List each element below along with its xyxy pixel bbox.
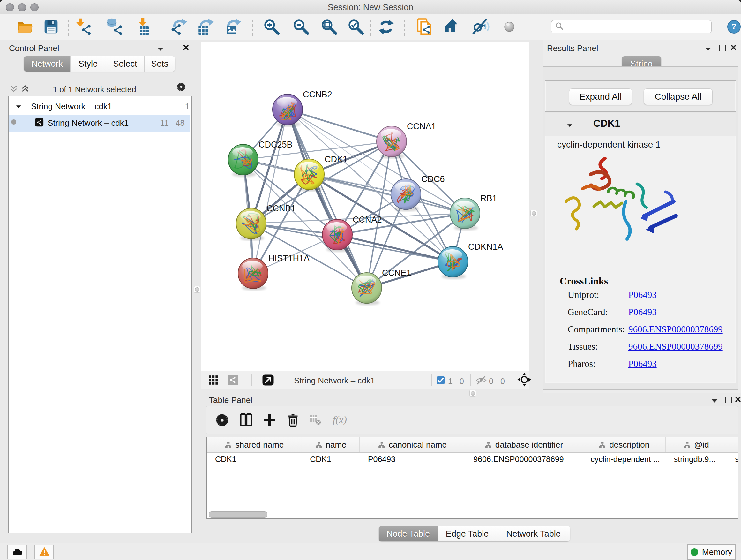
table-options-gear-icon[interactable]	[215, 413, 229, 429]
selected-nodes-checkbox[interactable]	[436, 376, 445, 386]
column-header[interactable]: namespac	[727, 437, 738, 452]
table-toolbar: f(x)	[206, 406, 738, 434]
network-node-CCNA1[interactable]: CCNA1	[377, 122, 436, 159]
table-row[interactable]: CDK1CDK1P064939606.ENSP00000378699cyclin…	[207, 452, 738, 465]
control-panel-collapse-icon[interactable]	[157, 47, 164, 52]
crosslink-value-link[interactable]: 9606.ENSP00000378699	[628, 324, 723, 334]
toolbar-separator	[404, 17, 405, 36]
memory-status-icon	[690, 548, 698, 556]
column-header[interactable]: canonical name	[360, 437, 465, 452]
table-panel-float-button[interactable]	[725, 396, 732, 403]
import-network-button[interactable]	[74, 17, 93, 36]
fit-selected-button[interactable]	[517, 372, 532, 388]
zoom-fit-button[interactable]	[320, 17, 338, 36]
crosslink-label: Tissues:	[568, 341, 628, 352]
table-panel-tabs: Node TableEdge TableNetwork Table	[379, 526, 570, 542]
table-horizontal-scrollbar[interactable]	[209, 511, 267, 517]
expand-all-button[interactable]: Expand All	[569, 88, 632, 105]
crosslink-row: Uniprot:P06493	[568, 290, 727, 300]
node-result-collapse-icon[interactable]	[567, 123, 572, 129]
crosslink-value-link[interactable]: 9606.ENSP00000378699	[628, 341, 723, 352]
export-network-button[interactable]	[170, 17, 189, 36]
network-view-canvas[interactable]: CCNB2 CCNA1 CDC25B CDK1 CDC6	[201, 42, 529, 371]
bottom-splitter-handle[interactable]	[469, 390, 476, 396]
memory-button[interactable]: Memory	[687, 544, 736, 560]
cloud-icon	[11, 547, 23, 557]
network-node-CCNE1[interactable]: CCNE1	[352, 268, 411, 305]
network-options-gear-icon[interactable]	[176, 82, 186, 93]
zoom-out-button[interactable]	[292, 17, 310, 36]
network-row-selected[interactable]: String Network – cdk1 11 48	[9, 115, 190, 132]
collapse-all-button[interactable]: Collapse All	[644, 88, 713, 105]
tab-network[interactable]: Network	[24, 56, 71, 71]
network-selection-status: 1 of 1 Network selected	[8, 85, 181, 94]
zoom-in-button[interactable]	[262, 17, 281, 36]
import-network-database-button[interactable]	[106, 17, 124, 36]
delete-table-icon	[309, 414, 321, 426]
column-header[interactable]: description	[583, 437, 666, 452]
tab-node-table[interactable]: Node Table	[379, 526, 438, 542]
tab-select[interactable]: Select	[106, 56, 145, 71]
automation-cloud-button[interactable]	[7, 545, 27, 559]
show-columns-icon[interactable]	[239, 413, 253, 428]
network-node-count: 11	[153, 118, 169, 128]
network-node-CDC25B[interactable]: CDC25B	[228, 140, 293, 177]
apply-layout-button[interactable]	[377, 17, 395, 36]
right-splitter-handle[interactable]	[530, 210, 537, 216]
import-table-button[interactable]	[133, 17, 152, 36]
crosslink-value-link[interactable]: P06493	[628, 307, 657, 317]
column-header[interactable]: name	[301, 437, 360, 452]
table-panel-collapse-icon[interactable]	[711, 398, 718, 404]
results-panel-close-button[interactable]	[731, 44, 737, 52]
crosslink-value-link[interactable]: P06493	[628, 359, 657, 369]
protein-structure-image	[560, 153, 685, 259]
zoom-selected-button[interactable]	[347, 17, 365, 36]
warnings-button[interactable]	[35, 545, 54, 559]
detach-view-button[interactable]	[262, 374, 274, 388]
open-session-button[interactable]	[15, 17, 34, 36]
cybrowser-button[interactable]	[443, 17, 461, 36]
current-network-title: String Network – cdk1	[294, 376, 375, 386]
delete-column-icon[interactable]	[286, 413, 300, 429]
node-result-header[interactable]: CDK1	[545, 113, 736, 136]
tab-style[interactable]: Style	[71, 56, 106, 71]
save-session-button[interactable]	[42, 17, 60, 36]
table-cell: CDK1	[207, 452, 301, 465]
control-panel-close-button[interactable]	[183, 44, 189, 52]
hide-charts-button[interactable]	[471, 17, 490, 36]
control-panel-tabs: NetworkStyleSelectSets	[24, 56, 175, 71]
tab-sets[interactable]: Sets	[145, 56, 175, 71]
collection-expand-icon[interactable]	[16, 104, 21, 110]
search-input[interactable]	[564, 22, 711, 32]
network-node-RB1[interactable]: RB1	[450, 193, 497, 231]
table-panel-close-button[interactable]	[735, 396, 741, 403]
column-header[interactable]: @id	[666, 437, 727, 452]
network-node-CDKN1A[interactable]: CDKN1A	[438, 242, 503, 279]
inspector-button[interactable]	[500, 17, 519, 36]
network-node-HIST1H1A[interactable]: HIST1H1A	[238, 253, 310, 291]
network-edge	[287, 110, 392, 141]
results-panel-collapse-icon[interactable]	[704, 47, 712, 52]
results-panel-float-button[interactable]	[719, 45, 726, 51]
crosslink-value-link[interactable]: P06493	[628, 290, 657, 300]
network-collection-row[interactable]: String Network – cdk1 1	[9, 98, 190, 115]
crosslink-label: Compartments:	[568, 324, 628, 334]
crosslink-row: GeneCard:P06493	[568, 307, 727, 317]
help-button[interactable]: ?	[727, 20, 741, 35]
network-view-icon[interactable]	[227, 374, 239, 387]
column-header[interactable]: database identifier	[465, 437, 583, 452]
create-column-icon[interactable]	[263, 413, 277, 428]
hidden-items-icon[interactable]	[475, 375, 487, 386]
string-import-button[interactable]	[415, 17, 434, 36]
tab-edge-table[interactable]: Edge Table	[438, 526, 497, 542]
left-splitter-handle[interactable]	[194, 286, 200, 293]
node-table: shared namenamecanonical namedatabase id…	[206, 437, 738, 519]
column-header[interactable]: shared name	[207, 437, 301, 452]
node-label: CCNE1	[382, 268, 411, 278]
export-table-button[interactable]	[197, 17, 215, 36]
tab-network-table[interactable]: Network Table	[497, 526, 570, 542]
control-panel-float-button[interactable]	[172, 45, 179, 51]
export-image-button[interactable]	[224, 17, 243, 36]
crosslink-label: Uniprot:	[568, 290, 628, 300]
network-grid-view-button[interactable]	[208, 375, 219, 387]
